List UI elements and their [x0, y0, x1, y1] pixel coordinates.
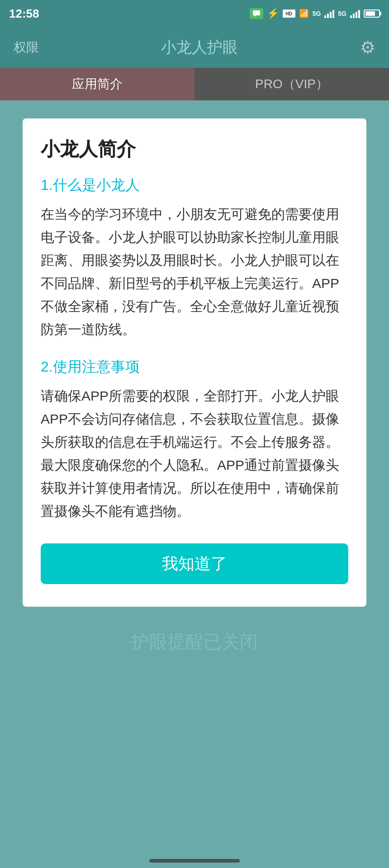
- svg-rect-0: [253, 10, 260, 15]
- confirm-button[interactable]: 我知道了: [41, 543, 348, 584]
- wifi-icon: 📶: [299, 9, 309, 19]
- svg-marker-1: [254, 15, 256, 17]
- section-1-heading: 1.什么是小龙人: [41, 175, 348, 195]
- status-time: 12:58: [9, 7, 39, 21]
- status-bar: 12:58 ⚡ HD 📶 5G 5G: [0, 0, 389, 27]
- eye-protection-status: 护眼提醒已关闭: [131, 629, 258, 654]
- hd-icon: HD: [283, 9, 295, 18]
- top-navigation-bar: 权限 小龙人护眼 ⚙: [0, 27, 389, 68]
- signal-5g-2: 5G: [338, 10, 346, 17]
- bluetooth-icon: ⚡: [267, 8, 279, 19]
- tab-app-intro-label: 应用简介: [72, 75, 123, 93]
- signal-bars-1: [324, 9, 334, 18]
- signal-bars-2: [350, 9, 360, 18]
- settings-icon[interactable]: ⚙: [360, 38, 375, 57]
- status-icons: ⚡ HD 📶 5G 5G: [250, 8, 380, 19]
- home-indicator: [149, 859, 240, 863]
- permissions-label[interactable]: 权限: [14, 39, 39, 56]
- section-1-body: 在当今的学习环境中，小朋友无可避免的需要使用电子设备。小龙人护眼可以协助家长控制…: [41, 203, 348, 341]
- section-2-heading: 2.使用注意事项: [41, 357, 348, 377]
- section-2-body: 请确保APP所需要的权限，全部打开。小龙人护眼APP不会访问存储信息，不会获取位…: [41, 384, 348, 523]
- background-area: 小龙人简介 1.什么是小龙人 在当今的学习环境中，小朋友无可避免的需要使用电子设…: [0, 100, 389, 868]
- battery-icon: [364, 9, 380, 18]
- tabs-bar: 应用简介 PRO（VIP）: [0, 68, 389, 100]
- dialog-title: 小龙人简介: [41, 137, 348, 162]
- tab-pro-vip-label: PRO（VIP）: [255, 75, 328, 93]
- app-title: 小龙人护眼: [161, 37, 238, 58]
- tab-pro-vip[interactable]: PRO（VIP）: [194, 68, 389, 100]
- dialog-card: 小龙人简介 1.什么是小龙人 在当今的学习环境中，小朋友无可避免的需要使用电子设…: [23, 118, 366, 607]
- chat-icon: [250, 8, 263, 19]
- battery-fill: [365, 11, 375, 16]
- tab-app-intro[interactable]: 应用简介: [0, 68, 194, 100]
- signal-5g-1: 5G: [313, 10, 321, 17]
